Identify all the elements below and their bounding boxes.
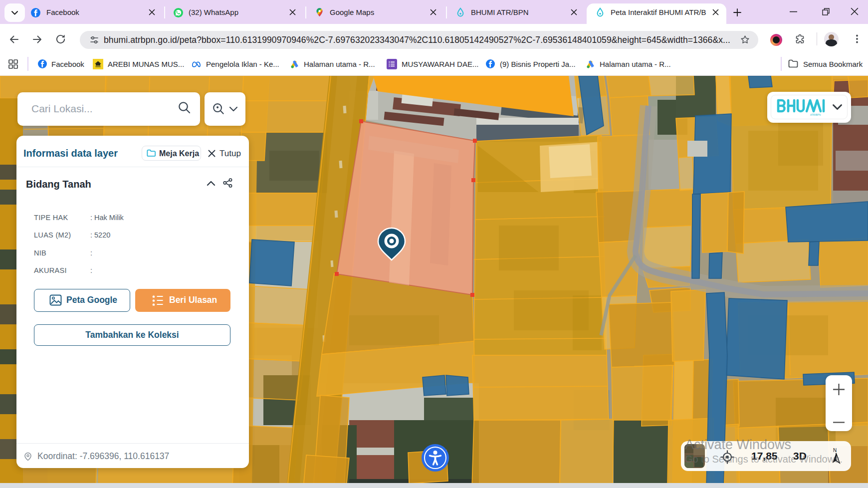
svg-text:N: N (833, 448, 837, 453)
svg-text:ATR/BPN: ATR/BPN (810, 113, 821, 116)
